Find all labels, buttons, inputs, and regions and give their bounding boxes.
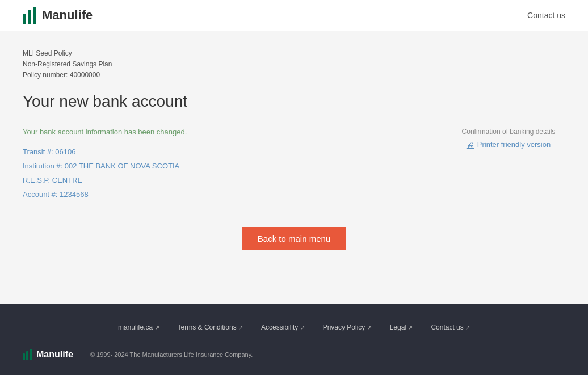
footer: manulife.ca ↗ Terms & Conditions ↗ Acces… — [0, 304, 588, 375]
contact-us-link[interactable]: Contact us — [527, 11, 565, 20]
transit-value: 06106 — [55, 148, 75, 156]
back-to-main-menu-button[interactable]: Back to main menu — [242, 227, 346, 250]
printer-friendly-link[interactable]: 🖨 Printer friendly version — [452, 140, 565, 149]
external-icon: ↗ — [238, 325, 243, 331]
transit-label: Transit #: — [23, 148, 53, 156]
external-icon: ↗ — [367, 325, 372, 331]
logo-text: Manulife — [42, 8, 93, 23]
institution-detail: Institution #: 002 THE BANK OF NOVA SCOT… — [23, 162, 452, 170]
policy-info: MLI Seed Policy Non-Registered Savings P… — [23, 48, 565, 81]
footer-link-legal[interactable]: Legal ↗ — [381, 323, 422, 331]
printer-label: Printer friendly version — [477, 140, 551, 149]
header: Manulife Contact us — [0, 0, 588, 31]
main-content: MLI Seed Policy Non-Registered Savings P… — [0, 31, 588, 304]
footer-link-accessibility[interactable]: Accessibility ↗ — [252, 323, 314, 331]
external-icon: ↗ — [155, 325, 159, 331]
footer-bar-2 — [26, 351, 28, 360]
footer-bar-3 — [30, 349, 32, 360]
account-value: 1234568 — [60, 190, 89, 199]
logo: Manulife — [23, 7, 93, 24]
branch-name: R.E.S.P. CENTRE — [23, 176, 452, 184]
logo-bars-icon — [23, 7, 36, 24]
external-icon: ↗ — [465, 325, 470, 331]
logo-bar-2 — [28, 10, 31, 24]
policy-plan: Non-Registered Savings Plan — [23, 59, 565, 70]
footer-link-terms[interactable]: Terms & Conditions ↗ — [169, 323, 252, 331]
button-area: Back to main menu — [23, 227, 565, 273]
account-label: Account #: — [23, 190, 57, 199]
footer-logo-text: Manulife — [36, 349, 73, 360]
footer-link-privacy[interactable]: Privacy Policy ↗ — [314, 323, 381, 331]
institution-value: 002 THE BANK OF NOVA SCOTIA — [65, 162, 180, 170]
footer-link-contact[interactable]: Contact us ↗ — [422, 323, 479, 331]
transit-detail: Transit #: 06106 — [23, 148, 452, 156]
printer-icon: 🖨 — [467, 140, 474, 149]
footer-links: manulife.ca ↗ Terms & Conditions ↗ Acces… — [0, 315, 588, 340]
policy-number-label: Policy number: — [23, 71, 68, 79]
footer-bottom: Manulife © 1999- 2024 The Manufacturers … — [0, 340, 588, 369]
institution-label: Institution #: — [23, 162, 62, 170]
logo-bar-1 — [23, 14, 26, 24]
account-detail: Account #: 1234568 — [23, 190, 452, 199]
policy-number-row: Policy number: 40000000 — [23, 70, 565, 81]
content-area: Your bank account information has been c… — [23, 128, 565, 204]
footer-logo-bars-icon — [23, 349, 32, 360]
footer-logo: Manulife — [23, 349, 73, 360]
page-title: Your new bank account — [23, 92, 565, 111]
success-message: Your bank account information has been c… — [23, 128, 452, 136]
logo-bar-3 — [33, 7, 36, 24]
policy-number-value: 40000000 — [70, 71, 100, 79]
footer-bar-1 — [23, 353, 25, 360]
policy-name: MLI Seed Policy — [23, 48, 565, 59]
footer-copyright: © 1999- 2024 The Manufacturers Life Insu… — [90, 351, 253, 358]
right-content: Confirmation of banking details 🖨 Printe… — [452, 128, 565, 149]
footer-link-manulife[interactable]: manulife.ca ↗ — [109, 323, 169, 331]
confirmation-label: Confirmation of banking details — [452, 128, 565, 136]
external-icon: ↗ — [300, 325, 305, 331]
left-content: Your bank account information has been c… — [23, 128, 452, 204]
external-icon: ↗ — [408, 325, 413, 331]
